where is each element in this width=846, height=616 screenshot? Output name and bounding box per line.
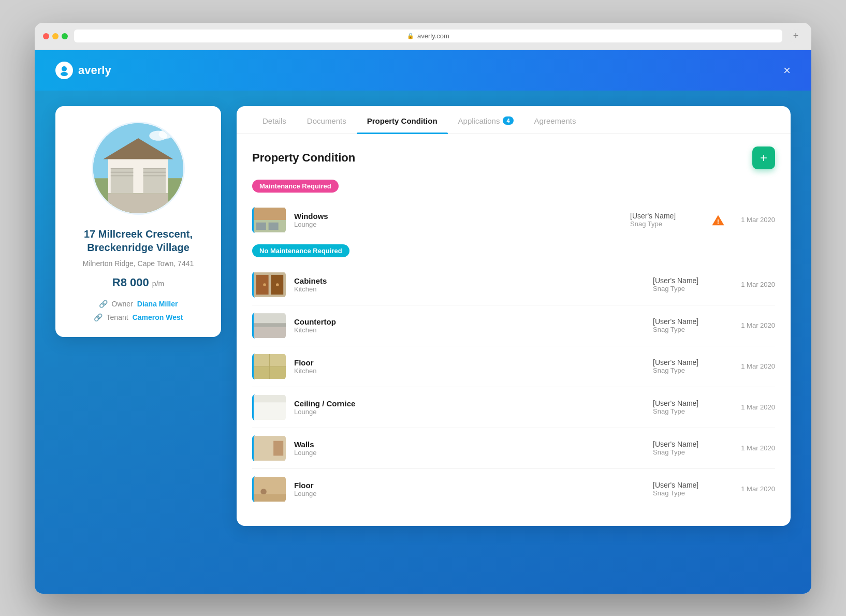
condition-item-cabinets[interactable]: Cabinets Kitchen [User's Name] Snag Type… [252, 265, 775, 305]
snag-type: Snag Type [653, 326, 725, 333]
property-image [92, 122, 185, 215]
item-date: 1 Mar 2020 [734, 321, 775, 329]
item-thumb-cabinets [252, 272, 286, 298]
item-info-ceiling: Ceiling / Cornice Lounge [294, 399, 645, 416]
browser-chrome: 🔒 averly.com + [35, 23, 811, 50]
item-name: Cabinets [294, 276, 645, 285]
tab-applications[interactable]: Applications 4 [448, 106, 524, 134]
svg-point-27 [276, 283, 279, 286]
tab-documents[interactable]: Documents [297, 106, 357, 134]
svg-point-1 [61, 72, 68, 76]
logo-text: averly [78, 64, 111, 77]
dot-fullscreen[interactable] [62, 33, 68, 39]
main-content: 17 Millcreek Crescent, Breckenridge Vill… [35, 91, 811, 547]
item-thumb-floor-kitchen [252, 354, 286, 379]
tab-property-condition[interactable]: Property Condition [357, 106, 448, 134]
svg-rect-8 [111, 171, 134, 172]
owner-name[interactable]: Diana Miller [137, 300, 178, 308]
item-date: 1 Mar 2020 [734, 444, 775, 452]
applications-badge: 4 [503, 116, 513, 125]
item-thumb-walls [252, 435, 286, 461]
item-room: Lounge [294, 408, 645, 416]
snag-type: Snag Type [630, 220, 703, 228]
add-condition-button[interactable]: + [752, 146, 775, 169]
snag-type: Snag Type [653, 285, 725, 292]
item-user-floor-kitchen: [User's Name] Snag Type [653, 358, 725, 374]
svg-rect-12 [143, 171, 166, 172]
svg-rect-30 [254, 327, 286, 338]
item-user-ceiling: [User's Name] Snag Type [653, 399, 725, 415]
snag-type: Snag Type [653, 448, 725, 456]
maintenance-badge: Maintenance Required [252, 180, 339, 193]
item-room: Kitchen [294, 326, 645, 334]
item-thumb-ceiling [252, 394, 286, 420]
item-info-floor-kitchen: Floor Kitchen [294, 358, 645, 375]
detail-panel: Details Documents Property Condition App… [237, 106, 791, 526]
condition-item-floor-lounge[interactable]: Floor Lounge [User's Name] Snag Type 1 M… [252, 469, 775, 509]
item-info-cabinets: Cabinets Kitchen [294, 276, 645, 293]
user-name: [User's Name] [653, 440, 725, 448]
item-date: 1 Mar 2020 [734, 485, 775, 493]
property-price: R8 000 p/m [68, 276, 209, 289]
property-people: 🔗 Owner Diana Miller 🔗 Tenant Cameron We… [68, 300, 209, 321]
owner-label: Owner [112, 300, 133, 308]
item-name: Walls [294, 440, 645, 449]
item-user-floor-lounge: [User's Name] Snag Type [653, 481, 725, 497]
user-name: [User's Name] [630, 212, 703, 220]
property-title: 17 Millcreek Crescent, Breckenridge Vill… [68, 227, 209, 254]
condition-item-walls[interactable]: Walls Lounge [User's Name] Snag Type 1 M… [252, 428, 775, 469]
item-user-cabinets: [User's Name] Snag Type [653, 276, 725, 292]
snag-type: Snag Type [653, 489, 725, 497]
condition-item-countertop[interactable]: Countertop Kitchen [User's Name] Snag Ty… [252, 305, 775, 346]
new-tab-button[interactable]: + [789, 29, 803, 43]
svg-rect-7 [111, 168, 134, 169]
item-user-walls: [User's Name] Snag Type [653, 440, 725, 456]
item-room: Kitchen [294, 367, 645, 375]
snag-type: Snag Type [653, 366, 725, 374]
tabs: Details Documents Property Condition App… [237, 106, 791, 134]
user-name: [User's Name] [653, 317, 725, 326]
dot-minimize[interactable] [52, 33, 59, 39]
close-button[interactable]: × [783, 63, 791, 78]
tenant-label: Tenant [107, 313, 128, 321]
panel-header: Property Condition + [252, 146, 775, 169]
item-info-countertop: Countertop Kitchen [294, 317, 645, 334]
address-bar[interactable]: 🔒 averly.com [74, 30, 782, 42]
item-name: Windows [294, 212, 622, 221]
owner-row: 🔗 Owner Diana Miller [99, 300, 178, 308]
item-thumb-floor-lounge [252, 476, 286, 502]
tenant-link-icon: 🔗 [94, 313, 103, 321]
condition-item-floor-kitchen[interactable]: Floor Kitchen [User's Name] Snag Type 1 … [252, 346, 775, 387]
condition-item-windows[interactable]: Windows Lounge [User's Name] Snag Type ! [252, 200, 775, 240]
owner-link-icon: 🔗 [99, 300, 108, 308]
property-card: 17 Millcreek Crescent, Breckenridge Vill… [55, 106, 221, 337]
tenant-name[interactable]: Cameron West [133, 313, 183, 321]
item-room: Kitchen [294, 285, 645, 293]
svg-rect-9 [111, 175, 134, 176]
svg-rect-18 [254, 208, 286, 220]
property-illustration [93, 122, 183, 215]
user-name: [User's Name] [653, 358, 725, 366]
item-name: Floor [294, 358, 645, 367]
property-image-placeholder [93, 123, 183, 213]
svg-rect-13 [143, 175, 166, 176]
user-name: [User's Name] [653, 399, 725, 407]
svg-text:!: ! [717, 218, 719, 226]
svg-point-0 [62, 66, 67, 71]
user-name: [User's Name] [653, 276, 725, 285]
svg-rect-44 [254, 494, 286, 501]
dot-close[interactable] [43, 33, 49, 39]
logo: averly [55, 62, 111, 79]
item-user-countertop: [User's Name] Snag Type [653, 317, 725, 333]
item-name: Ceiling / Cornice [294, 399, 645, 408]
logo-icon [55, 62, 73, 79]
item-date: 1 Mar 2020 [734, 281, 775, 288]
tab-agreements[interactable]: Agreements [524, 106, 587, 134]
url-text: averly.com [417, 32, 449, 40]
tab-details[interactable]: Details [252, 106, 297, 134]
item-room: Lounge [294, 490, 645, 497]
snag-type: Snag Type [653, 407, 725, 415]
condition-item-ceiling[interactable]: Ceiling / Cornice Lounge [User's Name] S… [252, 387, 775, 428]
tenant-row: 🔗 Tenant Cameron West [94, 313, 183, 321]
item-thumb-countertop [252, 313, 286, 339]
